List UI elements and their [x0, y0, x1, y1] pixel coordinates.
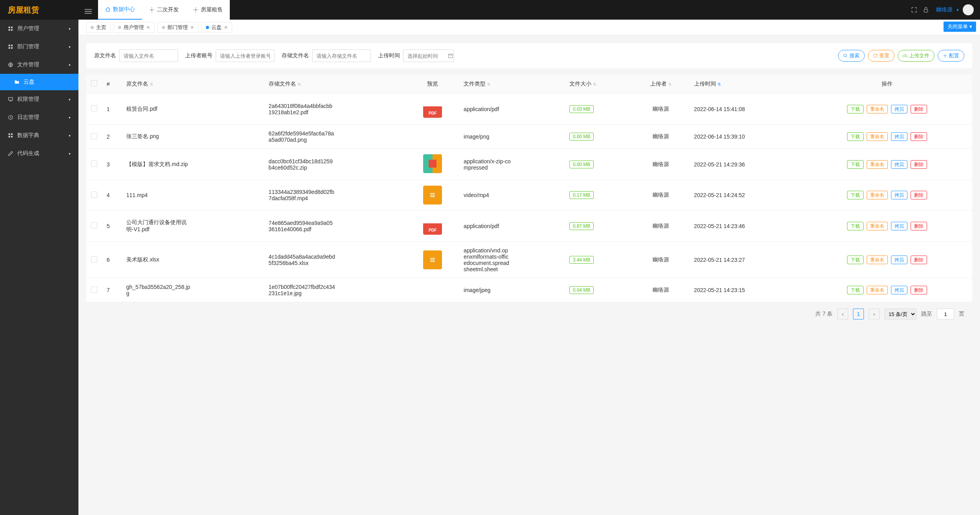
jump-input[interactable]: [937, 309, 954, 320]
row-checkbox[interactable]: [91, 192, 97, 198]
copy-button[interactable]: 拷贝: [891, 256, 907, 264]
download-button[interactable]: 下载: [847, 191, 864, 199]
row-checkbox[interactable]: [91, 161, 97, 167]
sidebar-item-log-mgmt[interactable]: 日志管理▾: [0, 108, 78, 126]
input-upload-time[interactable]: [403, 49, 454, 62]
sidebar-sub-cloud-disk[interactable]: 云盘: [0, 74, 78, 90]
input-uploader-account[interactable]: [216, 49, 275, 62]
topmenu-data-center[interactable]: 数据中心: [98, 0, 142, 20]
copy-button[interactable]: 拷贝: [891, 222, 907, 230]
reset-button[interactable]: 重置: [868, 50, 895, 62]
lock-icon[interactable]: [923, 7, 929, 13]
page-size-select[interactable]: 15 条/页: [884, 309, 916, 320]
cell-file-type: application/pdf: [459, 93, 564, 125]
row-checkbox[interactable]: [91, 105, 97, 111]
col-orig-filename[interactable]: 原文件名⇅: [122, 75, 264, 93]
cell-preview[interactable]: [406, 180, 459, 210]
tab-dept-mgmt[interactable]: 部门管理✕: [158, 22, 198, 33]
topmenu-house-rental[interactable]: 房屋租售: [186, 0, 230, 20]
download-button[interactable]: 下载: [847, 286, 864, 294]
rename-button[interactable]: 重命名: [867, 160, 888, 169]
cell-preview[interactable]: [406, 278, 459, 302]
topmenu-secondary-dev[interactable]: 二次开发: [142, 0, 186, 20]
globe-icon: [8, 62, 13, 68]
cell-preview[interactable]: [406, 125, 459, 149]
sidebar-item-data-dict[interactable]: 数据字典▾: [0, 126, 78, 144]
rename-button[interactable]: 重命名: [867, 256, 888, 264]
input-store-filename[interactable]: [312, 49, 371, 62]
input-orig-filename[interactable]: [119, 49, 178, 62]
delete-button[interactable]: 删除: [911, 286, 927, 294]
col-file-size[interactable]: 文件大小⇅: [565, 75, 632, 93]
user-name: 幽络源: [936, 6, 953, 13]
next-page-button[interactable]: ›: [869, 309, 880, 320]
tab-user-mgmt[interactable]: 用户管理✕: [114, 22, 155, 33]
upload-button[interactable]: 上传文件: [898, 50, 935, 62]
delete-button[interactable]: 删除: [911, 256, 927, 264]
download-button[interactable]: 下载: [847, 160, 864, 169]
col-store-filename[interactable]: 存储文件名⇅: [264, 75, 406, 93]
cell-index: 1: [102, 93, 122, 125]
checkbox-all[interactable]: [91, 80, 97, 86]
cell-preview[interactable]: [406, 242, 459, 278]
sort-icon: ⇅: [150, 82, 153, 86]
copy-button[interactable]: 拷贝: [891, 286, 907, 294]
download-button[interactable]: 下载: [847, 256, 864, 264]
sidebar-label: 日志管理: [17, 114, 39, 121]
copy-button[interactable]: 拷贝: [891, 160, 907, 169]
close-icon[interactable]: ✕: [224, 25, 228, 30]
rename-button[interactable]: 重命名: [867, 132, 888, 141]
close-all-label: 关闭菜单: [947, 24, 968, 29]
cell-preview[interactable]: [406, 210, 459, 242]
cell-upload-time: 2022-06-14 15:39:10: [689, 125, 802, 149]
sidebar-item-dept-mgmt[interactable]: 部门管理▾: [0, 38, 78, 56]
delete-button[interactable]: 删除: [911, 105, 927, 113]
copy-button[interactable]: 拷贝: [891, 105, 907, 113]
delete-button[interactable]: 删除: [911, 132, 927, 141]
row-checkbox[interactable]: [91, 287, 97, 293]
copy-button[interactable]: 拷贝: [891, 191, 907, 199]
brand-logo: 房屋租赁: [0, 5, 78, 15]
rename-button[interactable]: 重命名: [867, 191, 888, 199]
sidebar-label: 权限管理: [17, 96, 39, 103]
download-button[interactable]: 下载: [847, 222, 864, 230]
sidebar-item-permission[interactable]: 权限管理▾: [0, 90, 78, 108]
cell-ops: 下载 重命名 拷贝 删除: [802, 278, 972, 302]
topmenu-label: 数据中心: [113, 6, 135, 13]
tab-label: 主页: [96, 24, 106, 31]
close-icon[interactable]: ✕: [146, 25, 150, 30]
rename-button[interactable]: 重命名: [867, 105, 888, 113]
download-button[interactable]: 下载: [847, 132, 864, 141]
row-checkbox[interactable]: [91, 256, 97, 263]
search-button[interactable]: 搜索: [838, 50, 865, 62]
cell-preview[interactable]: [406, 149, 459, 180]
cell-preview[interactable]: [406, 93, 459, 125]
user-menu[interactable]: 幽络源 ▼: [936, 4, 980, 15]
rename-button[interactable]: 重命名: [867, 286, 888, 294]
svg-point-20: [945, 55, 946, 57]
cell-uploader: 幽络源: [632, 210, 689, 242]
row-checkbox[interactable]: [91, 133, 97, 139]
tab-home[interactable]: 主页: [86, 22, 111, 33]
close-icon[interactable]: ✕: [190, 25, 194, 30]
sidebar-collapse-button[interactable]: [78, 7, 98, 13]
tab-cloud-disk[interactable]: 云盘✕: [202, 22, 232, 33]
page-number[interactable]: 1: [853, 309, 864, 320]
prev-page-button[interactable]: ‹: [837, 309, 848, 320]
sidebar-item-file-mgmt[interactable]: 文件管理▾: [0, 56, 78, 74]
delete-button[interactable]: 删除: [911, 222, 927, 230]
delete-button[interactable]: 删除: [911, 191, 927, 199]
col-upload-time[interactable]: 上传时间⇅: [689, 75, 802, 93]
download-button[interactable]: 下载: [847, 105, 864, 113]
row-checkbox[interactable]: [91, 222, 97, 228]
config-button[interactable]: 配置: [938, 50, 964, 62]
col-uploader[interactable]: 上传者⇅: [632, 75, 689, 93]
close-all-tabs-button[interactable]: 关闭菜单 ▾: [944, 22, 976, 32]
delete-button[interactable]: 删除: [911, 160, 927, 169]
col-file-type[interactable]: 文件类型⇅: [459, 75, 564, 93]
rename-button[interactable]: 重命名: [867, 222, 888, 230]
sidebar-item-code-gen[interactable]: 代码生成▾: [0, 144, 78, 163]
copy-button[interactable]: 拷贝: [891, 132, 907, 141]
sidebar-item-user-mgmt[interactable]: 用户管理▾: [0, 20, 78, 38]
fullscreen-icon[interactable]: [911, 7, 917, 13]
